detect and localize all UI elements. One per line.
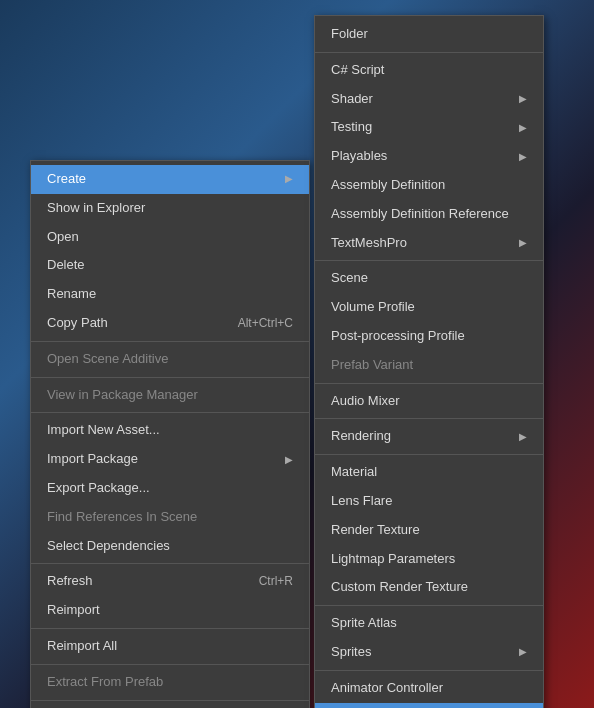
submenu-arrow-icon: ▶	[285, 171, 293, 187]
submenu-arrow-icon: ▶	[519, 120, 527, 136]
menu-item-label: Custom Render Texture	[331, 577, 527, 598]
menu-item-lightmap-parameters[interactable]: Lightmap Parameters	[315, 545, 543, 574]
menu-item-label: Material	[331, 462, 527, 483]
menu-item-shortcut: Alt+Ctrl+C	[238, 314, 293, 333]
right-context-menu: FolderC# ScriptShader▶Testing▶Playables▶…	[314, 15, 544, 708]
menu-separator	[315, 670, 543, 671]
menu-item-playables[interactable]: Playables▶	[315, 142, 543, 171]
menu-item-reimport-all[interactable]: Reimport All	[31, 632, 309, 661]
menu-item-sprites[interactable]: Sprites▶	[315, 638, 543, 667]
context-menu-overlay: Create▶Show in ExplorerOpenDeleteRenameC…	[0, 0, 594, 708]
menu-separator	[31, 377, 309, 378]
menu-item-run-api-updater: Run API Updater...	[31, 704, 309, 708]
menu-item-label: Import New Asset...	[47, 420, 293, 441]
menu-item-lens-flare[interactable]: Lens Flare	[315, 487, 543, 516]
menu-separator	[315, 52, 543, 53]
menu-item-audio-mixer[interactable]: Audio Mixer	[315, 387, 543, 416]
menu-item-custom-render-texture[interactable]: Custom Render Texture	[315, 573, 543, 602]
menu-item-view-in-package-manager: View in Package Manager	[31, 381, 309, 410]
menu-item-label: Sprite Atlas	[331, 613, 527, 634]
menu-item-animator-controller[interactable]: Animator Controller	[315, 674, 543, 703]
menu-item-rendering[interactable]: Rendering▶	[315, 422, 543, 451]
menu-item-shortcut: Ctrl+R	[259, 572, 293, 591]
menu-item-label: Shader	[331, 89, 519, 110]
menu-item-label: TextMeshPro	[331, 233, 519, 254]
left-context-menu: Create▶Show in ExplorerOpenDeleteRenameC…	[30, 160, 310, 708]
menu-item-prefab-variant: Prefab Variant	[315, 351, 543, 380]
menu-item-label: Delete	[47, 255, 293, 276]
menu-item-label: Playables	[331, 146, 519, 167]
submenu-arrow-icon: ▶	[519, 429, 527, 445]
menu-item-export-package[interactable]: Export Package...	[31, 474, 309, 503]
menu-item-assembly-definition-ref[interactable]: Assembly Definition Reference	[315, 200, 543, 229]
menu-separator	[315, 454, 543, 455]
menu-item-label: Copy Path	[47, 313, 218, 334]
menu-item-label: Rename	[47, 284, 293, 305]
menu-item-label: Folder	[331, 24, 527, 45]
menu-item-label: Scene	[331, 268, 527, 289]
menu-item-select-dependencies[interactable]: Select Dependencies	[31, 532, 309, 561]
submenu-arrow-icon: ▶	[285, 452, 293, 468]
menu-item-label: Sprites	[331, 642, 519, 663]
menu-item-material[interactable]: Material	[315, 458, 543, 487]
menu-item-textmeshpro[interactable]: TextMeshPro▶	[315, 229, 543, 258]
menu-item-reimport[interactable]: Reimport	[31, 596, 309, 625]
submenu-arrow-icon: ▶	[519, 149, 527, 165]
menu-item-post-processing-profile[interactable]: Post-processing Profile	[315, 322, 543, 351]
menu-separator	[31, 628, 309, 629]
menu-item-label: Assembly Definition	[331, 175, 527, 196]
menu-item-create[interactable]: Create▶	[31, 165, 309, 194]
menu-item-label: Create	[47, 169, 285, 190]
menu-item-render-texture[interactable]: Render Texture	[315, 516, 543, 545]
menu-item-label: Lightmap Parameters	[331, 549, 527, 570]
menu-item-label: Find References In Scene	[47, 507, 293, 528]
menu-item-label: Assembly Definition Reference	[331, 204, 527, 225]
menu-item-label: C# Script	[331, 60, 527, 81]
menu-item-label: Animator Controller	[331, 678, 527, 699]
menu-item-scene[interactable]: Scene	[315, 264, 543, 293]
submenu-arrow-icon: ▶	[519, 235, 527, 251]
menu-item-label: Testing	[331, 117, 519, 138]
menu-item-copy-path[interactable]: Copy PathAlt+Ctrl+C	[31, 309, 309, 338]
menu-item-import-new-asset[interactable]: Import New Asset...	[31, 416, 309, 445]
menu-item-show-in-explorer[interactable]: Show in Explorer	[31, 194, 309, 223]
menu-item-delete[interactable]: Delete	[31, 251, 309, 280]
menu-separator	[31, 412, 309, 413]
menu-item-label: View in Package Manager	[47, 385, 293, 406]
menu-item-label: Show in Explorer	[47, 198, 293, 219]
menu-item-label: Reimport	[47, 600, 293, 621]
menu-item-find-references: Find References In Scene	[31, 503, 309, 532]
submenu-arrow-icon: ▶	[519, 91, 527, 107]
menu-item-csharp-script[interactable]: C# Script	[315, 56, 543, 85]
menu-item-sprite-atlas[interactable]: Sprite Atlas	[315, 609, 543, 638]
menu-item-testing[interactable]: Testing▶	[315, 113, 543, 142]
menu-separator	[315, 418, 543, 419]
menu-item-import-package[interactable]: Import Package▶	[31, 445, 309, 474]
menu-item-open-scene-additive: Open Scene Additive	[31, 345, 309, 374]
menu-item-label: Volume Profile	[331, 297, 527, 318]
menu-item-label: Post-processing Profile	[331, 326, 527, 347]
menu-item-assembly-definition[interactable]: Assembly Definition	[315, 171, 543, 200]
menu-separator	[31, 341, 309, 342]
menu-item-volume-profile[interactable]: Volume Profile	[315, 293, 543, 322]
submenu-arrow-icon: ▶	[519, 644, 527, 660]
menu-item-label: Import Package	[47, 449, 285, 470]
menu-item-extract-from-prefab: Extract From Prefab	[31, 668, 309, 697]
menu-separator	[315, 605, 543, 606]
menu-separator	[31, 700, 309, 701]
menu-item-folder[interactable]: Folder	[315, 20, 543, 49]
menu-item-open[interactable]: Open	[31, 223, 309, 252]
menu-item-label: Prefab Variant	[331, 355, 527, 376]
menu-item-label: Open	[47, 227, 293, 248]
menu-separator	[315, 383, 543, 384]
menu-item-label: Select Dependencies	[47, 536, 293, 557]
menu-separator	[31, 664, 309, 665]
menu-item-animation[interactable]: Animation	[315, 703, 543, 708]
menu-item-shader[interactable]: Shader▶	[315, 85, 543, 114]
menu-item-label: Render Texture	[331, 520, 527, 541]
menu-item-label: Export Package...	[47, 478, 293, 499]
menu-separator	[315, 260, 543, 261]
menu-item-refresh[interactable]: RefreshCtrl+R	[31, 567, 309, 596]
menu-item-label: Audio Mixer	[331, 391, 527, 412]
menu-item-rename[interactable]: Rename	[31, 280, 309, 309]
